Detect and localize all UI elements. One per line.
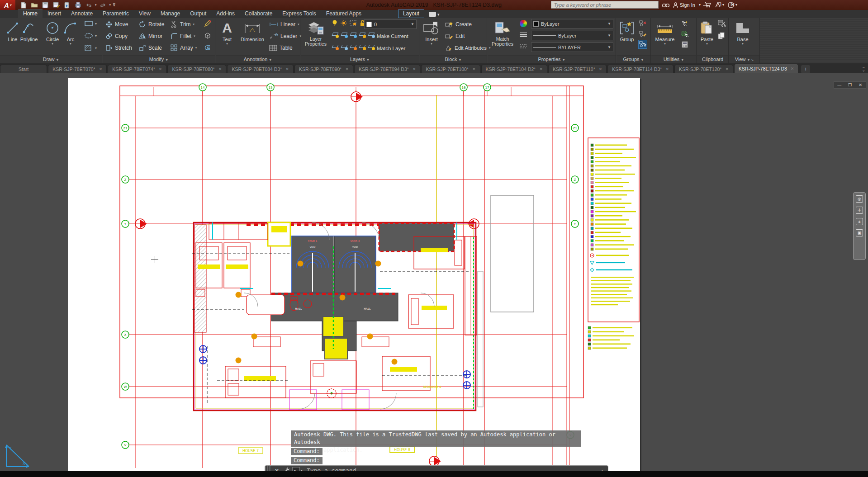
search-binoculars-icon[interactable] bbox=[662, 2, 669, 8]
command-recent-icon[interactable]: ▸_ bbox=[292, 467, 300, 471]
file-tab[interactable]: KSR-SJP-78ET070*✕ bbox=[48, 65, 107, 73]
ribbon-display-icon[interactable] bbox=[429, 12, 436, 17]
rectangle-tool[interactable]: ▾ bbox=[84, 20, 98, 29]
text-tool[interactable]: A Text ▾ bbox=[217, 19, 237, 46]
file-tab[interactable]: KSR-SJP-78ET084 D3*✕ bbox=[227, 65, 293, 73]
file-tab[interactable]: KSR-SJP-78ET094 D3*✕ bbox=[354, 65, 420, 73]
panel-label-modify[interactable]: Modify ▼ bbox=[103, 55, 215, 63]
mirror-tool[interactable]: Mirror bbox=[139, 31, 162, 42]
navbar-orbit-icon[interactable]: ▣ bbox=[856, 229, 863, 236]
file-tab-close-icon[interactable]: ✕ bbox=[99, 67, 103, 71]
rotate-tool[interactable]: Rotate bbox=[139, 19, 164, 30]
close-window-button[interactable]: ✕ bbox=[726, 0, 740, 9]
file-tab-close-icon[interactable]: ✕ bbox=[285, 67, 289, 71]
quick-calc-tool[interactable] bbox=[680, 40, 689, 49]
file-tab[interactable]: KSR-SJP-78ET080*✕ bbox=[167, 65, 226, 73]
file-tab[interactable]: KSR-SJP-78ET110*✕ bbox=[548, 65, 607, 73]
insert-tool[interactable]: Insert ▾ bbox=[420, 19, 443, 46]
restore-window-button[interactable]: ❐ bbox=[712, 0, 726, 9]
file-tab-overflow-icon[interactable]: ⌄⌄ bbox=[862, 66, 865, 72]
redo-caret[interactable]: ▾ bbox=[109, 3, 111, 7]
ribbon-tab-featured-apps[interactable]: Featured Apps bbox=[321, 9, 366, 18]
arc-tool[interactable]: Arc ▾ bbox=[58, 19, 83, 46]
file-tab[interactable]: KSR-SJP-78ET100*✕ bbox=[421, 65, 480, 73]
minimize-window-button[interactable]: — bbox=[699, 0, 712, 9]
layer-on-icon[interactable] bbox=[332, 19, 338, 28]
color-wheel-icon[interactable] bbox=[520, 20, 527, 27]
save-to-mobile-button[interactable] bbox=[62, 1, 71, 9]
layer-unlock-icon[interactable] bbox=[359, 44, 366, 50]
command-customize-icon[interactable] bbox=[283, 467, 292, 472]
autocad-logo-icon[interactable]: A▾ bbox=[0, 0, 15, 10]
open-folder-button[interactable] bbox=[30, 1, 39, 9]
layer-off-icon[interactable] bbox=[332, 32, 339, 38]
command-close-icon[interactable]: ✕ bbox=[271, 468, 283, 472]
file-tab-close-icon[interactable]: ✕ bbox=[725, 67, 729, 71]
navbar-pan-icon[interactable]: ✛ bbox=[856, 207, 863, 214]
new-file-tab-button[interactable]: + bbox=[801, 65, 810, 73]
ribbon-tab-add-ins[interactable]: Add-ins bbox=[211, 9, 240, 18]
drawing-restore-icon[interactable]: ❐ bbox=[844, 82, 855, 88]
array-tool[interactable]: Array▾ bbox=[171, 43, 197, 53]
file-tab[interactable]: KSR-SJP-78ET120*✕ bbox=[674, 65, 733, 73]
layer-make-icon[interactable] bbox=[368, 32, 375, 38]
ribbon-tab-insert[interactable]: Insert bbox=[43, 9, 66, 18]
ribbon-tab-layout[interactable]: Layout bbox=[398, 9, 424, 18]
file-tab[interactable]: KSR-SJP-78ET074*✕ bbox=[108, 65, 166, 73]
group-tool[interactable]: Group bbox=[617, 19, 637, 42]
panel-label-groups[interactable]: Groups ▼ bbox=[617, 55, 650, 63]
match-properties-tool[interactable]: Match Properties bbox=[489, 19, 517, 47]
create-block-tool[interactable]: Create bbox=[445, 19, 472, 30]
layer-select-combo[interactable]: 0 ▼ bbox=[364, 19, 417, 29]
file-tab-start[interactable]: Start bbox=[0, 65, 47, 73]
new-file-button[interactable] bbox=[19, 1, 28, 9]
hatch-tool[interactable]: ▾ bbox=[84, 44, 98, 53]
layer-onoff-icon[interactable] bbox=[332, 44, 339, 50]
color-combo[interactable]: ByLayer▼ bbox=[531, 19, 613, 28]
search-input[interactable] bbox=[551, 1, 659, 9]
layer-thaw-icon[interactable] bbox=[341, 20, 347, 28]
file-tab-close-icon[interactable]: ✕ bbox=[665, 67, 669, 71]
ribbon-tab-express-tools[interactable]: Express Tools bbox=[277, 9, 321, 18]
navbar-zoom-icon[interactable]: ± bbox=[856, 218, 863, 225]
edit-block-tool[interactable]: Edit bbox=[445, 31, 465, 42]
leader-tool[interactable]: Leader▾ bbox=[269, 31, 301, 42]
table-tool[interactable]: Table bbox=[269, 43, 293, 53]
layer-lock2-icon[interactable] bbox=[359, 32, 366, 38]
ribbon-tab-home[interactable]: Home bbox=[18, 9, 43, 18]
layer-walk-icon[interactable] bbox=[341, 44, 348, 50]
quick-select-tool[interactable] bbox=[680, 19, 689, 28]
fillet-tool[interactable]: Fillet▾ bbox=[171, 31, 195, 42]
linetype-combo[interactable]: BYLAYER▼ bbox=[531, 43, 613, 52]
save-button[interactable] bbox=[41, 1, 50, 9]
edit-attributes-tool[interactable]: Edit Attributes▾ bbox=[445, 43, 490, 53]
explode-tool[interactable] bbox=[203, 31, 212, 40]
navbar-wheel-icon[interactable]: ◎ bbox=[856, 195, 863, 203]
base-tool[interactable]: Base ▾ bbox=[731, 19, 754, 46]
command-input[interactable]: Type a command bbox=[307, 467, 356, 471]
panel-label-clipboard[interactable]: Clipboard bbox=[697, 55, 728, 63]
layer-match-icon[interactable] bbox=[368, 44, 375, 50]
file-tab-close-icon[interactable]: ✕ bbox=[539, 67, 543, 71]
file-tab-close-icon[interactable]: ✕ bbox=[218, 67, 222, 71]
ribbon-tab-manage[interactable]: Manage bbox=[156, 9, 185, 18]
ribbon-tab-collaborate[interactable]: Collaborate bbox=[240, 9, 277, 18]
navigation-bar[interactable]: ◎ ✛ ± ▣ bbox=[853, 192, 866, 260]
panel-label-layers[interactable]: Layers ▼ bbox=[301, 55, 419, 63]
file-tab-close-icon[interactable]: ✕ bbox=[345, 67, 349, 71]
paste-tool[interactable]: Paste ▾ bbox=[697, 19, 717, 46]
plot-button[interactable] bbox=[73, 1, 82, 9]
layer-vpfreeze-icon[interactable] bbox=[350, 44, 357, 50]
command-input-bar[interactable]: ✕ ▸_ ▾ Type a command ▲ bbox=[265, 465, 608, 471]
layer-isolate-icon[interactable] bbox=[350, 20, 357, 28]
erase-tool[interactable] bbox=[203, 19, 212, 28]
ribbon-display-caret[interactable]: ▾ bbox=[437, 12, 440, 17]
ellipse-tool[interactable]: ▾ bbox=[84, 32, 98, 41]
undo-caret[interactable]: ▾ bbox=[95, 3, 97, 7]
panel-label-draw[interactable]: Draw ▼ bbox=[0, 55, 102, 63]
ribbon-tab-view[interactable]: View bbox=[134, 9, 156, 18]
measure-tool[interactable]: Measure ▾ bbox=[652, 19, 678, 46]
sign-in-button[interactable]: Sign In bbox=[673, 2, 695, 8]
group-selection-toggle[interactable] bbox=[638, 40, 647, 49]
drawing-minimize-icon[interactable]: — bbox=[834, 82, 844, 88]
